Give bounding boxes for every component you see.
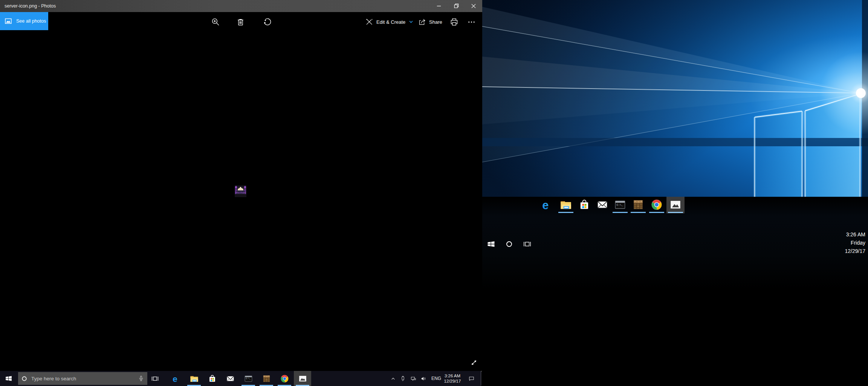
taskbar-icon-file-explorer[interactable] — [185, 371, 203, 386]
zoom-in-icon — [211, 17, 221, 27]
edit-create-button[interactable]: Edit & Create — [365, 15, 414, 28]
running-indicator — [631, 212, 646, 213]
print-button[interactable] — [449, 15, 459, 28]
restore-icon — [451, 0, 462, 12]
windows-hero-wallpaper — [482, 0, 868, 197]
show-desktop-button[interactable] — [481, 371, 482, 386]
magnified-taskbar-icon-command-prompt[interactable]: C:\_ — [611, 197, 629, 213]
rotate-icon — [262, 17, 272, 27]
cmd-prompt-text: C:\_ — [616, 203, 623, 206]
running-indicator — [649, 212, 664, 213]
server-icon-image: Mine Ender — [235, 185, 246, 197]
action-center-button[interactable] — [466, 371, 477, 386]
expand-diagonal-icon — [469, 358, 479, 368]
see-all-photos-label: See all photos — [16, 18, 46, 24]
svg-text:e: e — [542, 198, 549, 211]
ellipsis-icon — [466, 17, 477, 27]
more-button[interactable] — [466, 15, 477, 28]
printer-icon — [449, 17, 459, 27]
desktop-area: eC:\_ 3:26 AM Friday 12/29/17 — [482, 0, 868, 386]
tray-volume[interactable] — [418, 371, 428, 386]
magnified-taskbar-icon-mail[interactable] — [593, 197, 611, 213]
taskbar-search[interactable] — [18, 372, 147, 385]
photos-app-window: server-icon.png - Photos — [0, 0, 482, 371]
magnified-taskbar-icon-chrome[interactable] — [648, 197, 666, 213]
fullscreen-button[interactable] — [469, 358, 479, 368]
taskbar-icon-mail[interactable] — [222, 371, 239, 386]
taskbar: eC:\_ ENG 3:26 AM — [0, 371, 482, 386]
magnified-taskbar-icon-edge[interactable]: e — [538, 197, 556, 213]
restore-button[interactable] — [448, 0, 465, 12]
taskbar-clock-date: 12/29/17 — [444, 378, 461, 384]
taskbar-icon-edge[interactable]: e — [167, 371, 185, 386]
rotate-button[interactable] — [260, 15, 273, 28]
microphone-icon[interactable] — [137, 375, 145, 383]
chevron-down-icon — [408, 19, 414, 25]
screen: server-icon.png - Photos — [0, 0, 868, 386]
taskbar-clock-time: 3:26 AM — [445, 373, 460, 378]
running-indicator — [558, 212, 573, 213]
magnified-taskbar-apps: eC:\_ — [482, 197, 868, 213]
trash-icon — [235, 17, 246, 27]
magnified-taskbar-icon-store[interactable] — [575, 197, 593, 213]
tray-usb-device[interactable] — [398, 371, 408, 386]
close-icon — [468, 0, 479, 12]
titlebar[interactable]: server-icon.png - Photos — [0, 0, 482, 12]
magnified-clock-time: 3:26 AM — [845, 230, 866, 239]
magnified-clock-day: Friday — [845, 239, 866, 247]
photos-gallery-icon — [4, 17, 13, 26]
close-button[interactable] — [465, 0, 482, 12]
magnified-start-button[interactable] — [485, 237, 497, 250]
edit-create-label: Edit & Create — [376, 19, 405, 25]
cmd-prompt-text: C:\_ — [246, 377, 251, 380]
taskbar-icon-chrome[interactable] — [276, 371, 293, 386]
network-icon — [410, 375, 417, 382]
language-indicator[interactable]: ENG — [429, 371, 443, 386]
edit-pens-icon — [365, 17, 374, 26]
see-all-photos-button[interactable]: See all photos — [0, 12, 48, 30]
chevron-up-icon — [390, 375, 397, 382]
magnified-clock: 3:26 AM Friday 12/29/17 — [845, 230, 866, 255]
magnified-clock-date: 12/29/17 — [845, 247, 866, 255]
cortana-ring-icon — [20, 375, 28, 383]
share-icon — [417, 17, 426, 26]
photo-server-icon: Mine Ender — [235, 185, 246, 197]
action-center-icon — [468, 375, 475, 382]
share-button[interactable]: Share — [417, 15, 442, 28]
tray-overflow-button[interactable] — [388, 371, 398, 386]
usb-device-icon — [399, 375, 406, 382]
window-title: server-icon.png - Photos — [5, 0, 56, 12]
magnified-cortana-button[interactable] — [503, 237, 515, 250]
window-controls — [430, 0, 482, 12]
running-indicator — [613, 212, 628, 213]
share-label: Share — [429, 19, 442, 25]
tray-network[interactable] — [408, 371, 418, 386]
magnified-taskbar-icon-photos[interactable] — [666, 197, 685, 213]
magnified-taskbar-icon-minecraft[interactable] — [629, 197, 647, 213]
taskbar-icon-photos[interactable] — [294, 371, 311, 386]
magnified-taskbar-icon-file-explorer[interactable] — [557, 197, 575, 213]
taskbar-icon-minecraft[interactable] — [258, 371, 275, 386]
start-button[interactable] — [0, 371, 17, 386]
server-icon-script-text: Mine Ender — [235, 191, 246, 194]
speaker-icon — [420, 375, 427, 382]
taskbar-icon-store[interactable] — [203, 371, 221, 386]
desktop-wallpaper — [482, 0, 868, 197]
task-view-button[interactable] — [147, 371, 163, 386]
delete-button[interactable] — [234, 15, 247, 28]
svg-text:e: e — [173, 374, 177, 383]
running-indicator — [668, 212, 683, 213]
taskbar-clock[interactable]: 3:26 AM 12/29/17 — [443, 371, 462, 386]
magnified-task-view-button[interactable] — [521, 237, 533, 250]
minimize-icon — [433, 0, 445, 12]
minimize-button[interactable] — [430, 0, 448, 12]
search-input[interactable] — [31, 375, 135, 382]
taskbar-icon-command-prompt[interactable]: C:\_ — [240, 371, 257, 386]
zoom-button[interactable] — [209, 15, 222, 28]
